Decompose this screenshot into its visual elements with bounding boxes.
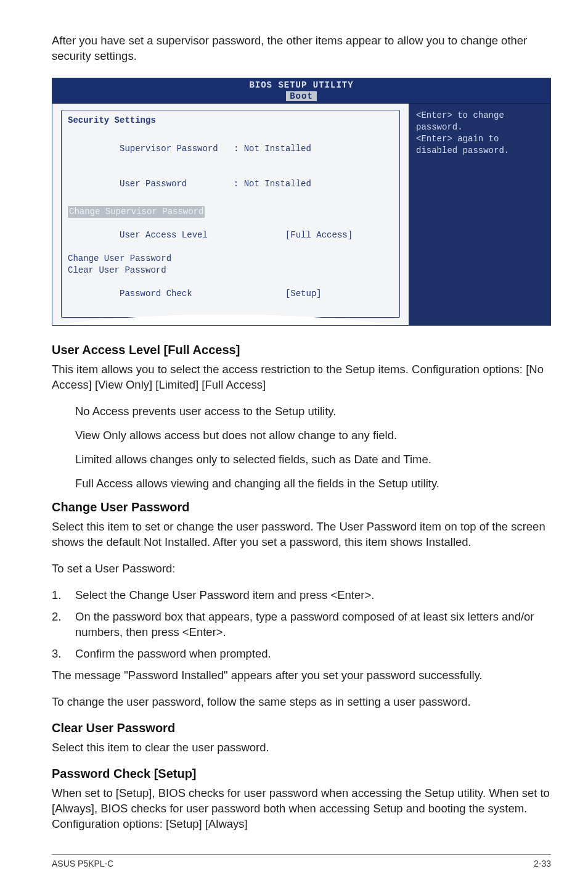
set-user-pw-steps: Select the Change User Password item and… <box>52 588 551 662</box>
limited-desc: Limited allows changes only to selected … <box>75 452 551 468</box>
bios-supervisor-value: : Not Installed <box>234 144 311 154</box>
user-access-heading: User Access Level [Full Access] <box>52 343 551 357</box>
footer-left: ASUS P5KPL-C <box>52 859 113 868</box>
bios-change-supervisor[interactable]: Change Supervisor Password <box>68 206 205 218</box>
bios-help-line2: <Enter> again to disabled password. <box>416 133 543 157</box>
change-user-pw-desc: Select this item to set or change the us… <box>52 519 551 550</box>
clear-user-pw-desc: Select this item to clear the user passw… <box>52 740 551 756</box>
bios-help-panel: <Enter> to change password. <Enter> agai… <box>409 104 550 325</box>
intro-paragraph: After you have set a supervisor password… <box>52 33 551 64</box>
bios-user-access-label[interactable]: User Access Level <box>120 230 208 240</box>
step-1: Select the Change User Password item and… <box>52 588 551 603</box>
bios-userpw-label: User Password <box>120 179 187 189</box>
pw-installed-msg: The message "Password Installed" appears… <box>52 668 551 683</box>
bios-tab-boot: Boot <box>286 91 317 101</box>
no-access-desc: No Access prevents user access to the Se… <box>75 404 551 419</box>
bios-userpw-value: : Not Installed <box>234 179 311 189</box>
bios-security-heading: Security Settings <box>68 115 393 125</box>
step-3: Confirm the password when prompted. <box>52 646 551 662</box>
step-2: On the password box that appears, type a… <box>52 609 551 640</box>
bios-screenshot: BIOS SETUP UTILITY Boot Security Setting… <box>52 78 551 326</box>
bios-change-user[interactable]: Change User Password <box>68 253 393 265</box>
user-access-desc: This item allows you to select the acces… <box>52 362 551 393</box>
full-access-desc: Full Access allows viewing and changing … <box>75 476 551 492</box>
bios-title-bar: BIOS SETUP UTILITY Boot <box>52 78 550 104</box>
bios-pwcheck-label[interactable]: Password Check <box>120 289 192 299</box>
change-user-pw-heading: Change User Password <box>52 500 551 514</box>
page-footer: ASUS P5KPL-C 2-33 <box>52 854 551 868</box>
footer-right: 2-33 <box>534 859 551 868</box>
pw-check-heading: Password Check [Setup] <box>52 767 551 781</box>
bios-left-panel: Security Settings Supervisor Password : … <box>52 104 409 325</box>
clear-user-pw-heading: Clear User Password <box>52 721 551 735</box>
bios-pwcheck-value: [Setup] <box>285 289 322 299</box>
bios-user-access-value: [Full Access] <box>285 230 353 240</box>
bios-help-line1: <Enter> to change password. <box>416 110 543 133</box>
bios-supervisor-label: Supervisor Password <box>120 144 218 154</box>
bios-title-text: BIOS SETUP UTILITY <box>52 80 550 90</box>
change-user-pw-note: To change the user password, follow the … <box>52 695 551 710</box>
pw-check-desc: When set to [Setup], BIOS checks for use… <box>52 786 551 832</box>
view-only-desc: View Only allows access but does not all… <box>75 428 551 444</box>
to-set-user-pw: To set a User Password: <box>52 561 551 577</box>
bios-clear-user[interactable]: Clear User Password <box>68 265 393 276</box>
